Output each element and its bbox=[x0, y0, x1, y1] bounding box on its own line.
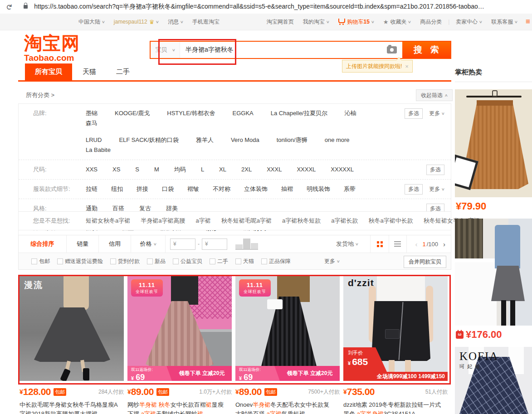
suggestion-link[interactable]: a字裙秋冬短款 bbox=[282, 217, 321, 225]
product-image[interactable]: d'zzit 到手价 ¥685 全场满999减100 1499减150 bbox=[343, 276, 448, 381]
multi-select-button[interactable]: 多选 bbox=[426, 165, 444, 175]
brand-filter-option[interactable]: HSTYLE/韩都衣舍 bbox=[167, 108, 215, 118]
nav-mobile-taobao[interactable]: 手机逛淘宝 bbox=[188, 18, 224, 26]
next-page-button[interactable]: › bbox=[443, 240, 445, 248]
filter-checkbox[interactable]: 新品 bbox=[147, 258, 166, 265]
menu-icon[interactable]: ≡ bbox=[522, 17, 531, 26]
suggestion-link[interactable]: 秋冬a字裙中长款 bbox=[368, 217, 413, 225]
brand-filter-option[interactable]: 雅羊人 bbox=[196, 135, 214, 145]
brand-filter-option[interactable]: KOOGE/鹿戈 bbox=[115, 108, 150, 118]
tab-secondhand[interactable]: 二手 bbox=[116, 68, 130, 76]
product-title[interactable]: Onoev半身裙冬天配毛衣女中长款复 古时尚百搭 a字裙气质短裙 bbox=[235, 400, 340, 414]
product-image[interactable]: 11.11全球狂欢节 双11返场价: ¥69 领卷下单 立减20元 bbox=[127, 276, 232, 381]
taobao-logo[interactable]: 淘宝网 Taobao.com bbox=[24, 34, 80, 63]
merge-same-items-button[interactable]: 合并同款宝贝 bbox=[404, 256, 446, 268]
breadcrumb[interactable]: 所有分类 > bbox=[26, 91, 54, 99]
size-filter-option[interactable]: 2XL bbox=[241, 165, 252, 175]
product-card-3[interactable]: 11.11全球狂欢节 双11返场价: ¥69 领卷下单 立减20元 ¥ 89.0… bbox=[235, 276, 340, 414]
detail-filter-option[interactable]: 拼接 bbox=[137, 184, 148, 194]
price-max-input[interactable]: ¥ bbox=[202, 239, 227, 250]
list-view-button[interactable] bbox=[388, 235, 407, 253]
brand-filter-option[interactable]: 森马 bbox=[86, 118, 98, 128]
product-card-1[interactable]: 漫流 ¥ 128.00 包邮 284人付款 中长款毛呢半身裙女秋冬千鸟格显瘦A … bbox=[20, 276, 124, 414]
size-filter-option[interactable]: L bbox=[201, 165, 204, 175]
detail-filter-option[interactable]: 口袋 bbox=[162, 184, 174, 194]
address-bar[interactable]: https://s.taobao.com/search?q=半身裙a字裙秋冬&i… bbox=[34, 3, 532, 11]
price-histogram[interactable] bbox=[235, 239, 258, 250]
camera-search-icon[interactable] bbox=[387, 46, 397, 54]
prev-page-button[interactable]: ‹ bbox=[415, 240, 417, 248]
size-filter-option[interactable]: XXXXXL bbox=[331, 165, 354, 175]
sort-tab-price[interactable]: 价格∨ bbox=[131, 235, 166, 253]
detail-filter-option[interactable]: 系带 bbox=[344, 184, 356, 194]
size-filter-option[interactable]: XS bbox=[112, 165, 120, 175]
nav-my-taobao[interactable]: 我的淘宝∨ bbox=[298, 18, 334, 26]
detail-filter-option[interactable]: 明线装饰 bbox=[307, 184, 330, 194]
multi-select-button[interactable]: 多选 bbox=[405, 108, 423, 119]
detail-filter-option[interactable]: 褶皱 bbox=[187, 184, 199, 194]
suggestion-link[interactable]: 秋冬短裙毛呢a字裙 bbox=[221, 217, 272, 225]
collapse-filters-button[interactable]: 收起筛选∧ bbox=[416, 89, 453, 101]
nav-messages[interactable]: 消息∨ bbox=[163, 18, 188, 26]
product-title[interactable]: 中长款毛呢半身裙女秋冬千鸟格显瘦A 字裙2018新款高腰加厚大摆裙 bbox=[20, 400, 124, 414]
nav-taobao-home[interactable]: 淘宝网首页 bbox=[262, 18, 298, 26]
product-title[interactable]: dzzit地素 2019冬专柜新款拉链一片式 黑色 a字半身裙3C3S4151A bbox=[343, 400, 448, 414]
suggestion-link[interactable]: 半身裙a字裙高腰 bbox=[141, 217, 185, 225]
size-filter-option[interactable]: XXS bbox=[86, 165, 98, 175]
sort-tab-credit[interactable]: 信用 bbox=[99, 235, 131, 253]
detail-filter-option[interactable]: 纽扣 bbox=[111, 184, 123, 194]
size-filter-option[interactable]: 均码 bbox=[174, 165, 186, 175]
filter-checkbox[interactable]: 天猫 bbox=[235, 258, 254, 265]
brand-filter-option[interactable]: 墨锦 bbox=[86, 108, 98, 118]
nav-seller-center[interactable]: 卖家中心∨ bbox=[451, 18, 487, 26]
brand-filter-option[interactable]: tonlion/唐狮 bbox=[277, 135, 307, 145]
sidebar-product-2-image[interactable] bbox=[455, 219, 532, 326]
sort-tab-sales[interactable]: 销量 bbox=[67, 235, 99, 253]
filter-checkbox[interactable]: 正品保障 bbox=[261, 258, 291, 265]
brand-filter-option[interactable]: one more bbox=[325, 135, 350, 145]
detail-filter-option[interactable]: 立体装饰 bbox=[244, 184, 268, 194]
sidebar-product-1-image[interactable] bbox=[455, 89, 532, 197]
ship-from-dropdown[interactable]: 发货地∨ bbox=[336, 240, 358, 248]
filter-checkbox[interactable]: 包邮 bbox=[31, 258, 50, 265]
suggestion-link[interactable]: 短裙女秋冬a字裙 bbox=[86, 217, 130, 225]
sidebar-product-3-image[interactable]: KOFIA 珂妃娅 bbox=[455, 347, 532, 414]
grid-view-button[interactable] bbox=[370, 235, 389, 253]
brand-filter-option[interactable]: EGGKA bbox=[232, 108, 253, 118]
filter-checkbox[interactable]: 货到付款 bbox=[110, 258, 140, 265]
brand-filter-option[interactable]: La Babite bbox=[86, 145, 111, 155]
tab-all-items[interactable]: 所有宝贝 bbox=[25, 63, 72, 80]
size-filter-option[interactable]: S bbox=[135, 165, 139, 175]
price-min-input[interactable]: ¥ bbox=[170, 239, 195, 250]
brand-filter-option[interactable]: LRUD bbox=[86, 135, 102, 145]
more-filters-link[interactable]: 更多∨ bbox=[324, 258, 340, 265]
nav-categories[interactable]: 商品分类 bbox=[415, 18, 446, 26]
filter-checkbox[interactable]: 公益宝贝 bbox=[173, 258, 202, 265]
product-card-2[interactable]: 11.11全球狂欢节 双11返场价: ¥69 领卷下单 立减20元 ¥ 89.0… bbox=[127, 276, 232, 414]
size-filter-option[interactable]: XXXL bbox=[267, 165, 282, 175]
nav-region[interactable]: 中国大陆∨ bbox=[74, 18, 109, 26]
product-title[interactable]: 网纱半身裙 秋冬女中长款百褶裙显瘦 下摆 a字裙天鹅绒中长网纱裙 bbox=[127, 400, 232, 414]
product-image[interactable]: 漫流 bbox=[20, 276, 124, 381]
size-filter-option[interactable]: M bbox=[154, 165, 159, 175]
filter-checkbox[interactable]: 二手 bbox=[210, 258, 228, 265]
nav-customer-service[interactable]: 联系客服∨ bbox=[487, 18, 522, 26]
size-filter-option[interactable]: XL bbox=[219, 165, 226, 175]
more-link[interactable]: 更多∨ bbox=[429, 110, 444, 117]
search-input[interactable]: 半身裙a字裙秋冬 bbox=[180, 42, 402, 58]
sort-tab-default[interactable]: 综合排序 bbox=[19, 235, 67, 253]
multi-select-button[interactable]: 多选 bbox=[405, 184, 423, 195]
brand-filter-option[interactable]: ELF SACK/妖精的口袋 bbox=[119, 135, 178, 145]
brand-filter-option[interactable]: 沁柚 bbox=[345, 108, 356, 118]
nav-username[interactable]: jamespaul112♛∨ bbox=[109, 19, 163, 25]
search-category-dropdown[interactable]: 宝贝∨ bbox=[151, 42, 180, 58]
product-card-4[interactable]: d'zzit 到手价 ¥685 全场满999减100 1499减150 ¥ 73… bbox=[343, 276, 448, 414]
size-filter-option[interactable]: XXXXL bbox=[297, 165, 316, 175]
brand-filter-option[interactable]: Vero Moda bbox=[231, 135, 259, 145]
product-image[interactable]: 11.11全球狂欢节 双11返场价: ¥69 领卷下单 立减20元 bbox=[235, 276, 340, 381]
suggestion-link[interactable]: a字裙 bbox=[195, 217, 210, 225]
brand-filter-option[interactable]: La Chapelle/拉夏贝尔 bbox=[271, 108, 327, 118]
detail-filter-option[interactable]: 抽褶 bbox=[281, 184, 293, 194]
close-icon[interactable]: × bbox=[405, 63, 409, 70]
suggestion-link[interactable]: a字裙长款 bbox=[331, 217, 358, 225]
